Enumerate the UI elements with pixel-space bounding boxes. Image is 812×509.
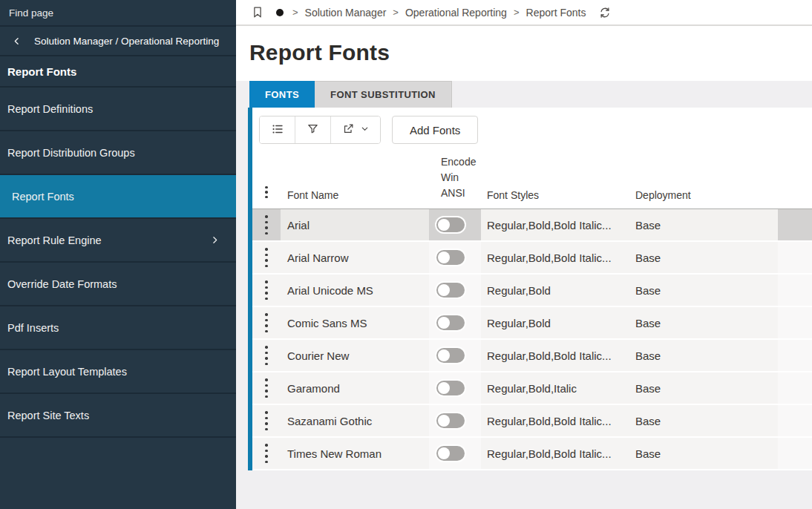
sidebar-back-label: Solution Manager / Operational Reporting [34,36,219,47]
encode-win-ansi-toggle[interactable] [435,444,466,462]
sidebar-item-label: Report Distribution Groups [7,147,135,159]
bookmark-icon[interactable] [251,5,264,19]
page-title: Report Fonts [249,40,799,65]
table-row[interactable]: Sazanami Gothic Regular,Bold,Bold Italic… [252,405,812,438]
row-filler-cell [778,209,812,240]
breadcrumb-solution-manager[interactable]: Solution Manager [305,7,387,19]
sidebar-item-label: Report Site Texts [7,410,89,421]
toggle-knob-icon [438,252,450,263]
sidebar-item-label: Report Rule Engine [7,234,102,246]
add-fonts-button[interactable]: Add Fonts [392,116,478,144]
sidebar-section-title: Report Fonts [0,56,236,88]
row-menu-kebab-icon[interactable] [262,278,271,303]
breadcrumb-bar: > Solution Manager > Operational Reporti… [236,0,812,26]
column-header-deployment[interactable]: Deployment [635,189,691,201]
toggle-knob-icon [438,284,450,296]
chevron-left-icon [12,36,22,46]
find-page-label: Find page [9,7,53,19]
chevron-down-icon [360,124,370,136]
encode-win-ansi-toggle[interactable] [435,379,466,397]
refresh-icon[interactable] [598,6,612,19]
sidebar-item-report-definitions[interactable]: Report Definitions [0,88,236,131]
row-menu-kebab-icon[interactable] [262,408,271,433]
table-row[interactable]: Courier New Regular,Bold,Bold Italic... … [252,340,812,372]
export-button[interactable] [331,116,380,143]
row-menu-kebab-icon[interactable] [262,212,271,237]
column-header-font-styles[interactable]: Font Styles [487,189,539,201]
sidebar-item-report-distribution-groups[interactable]: Report Distribution Groups [0,131,236,175]
list-view-button[interactable] [260,116,295,143]
sidebar-item-report-fonts[interactable]: Report Fonts [0,175,236,219]
row-menu-kebab-icon[interactable] [262,245,271,270]
encode-win-ansi-toggle[interactable] [435,347,466,364]
filter-icon [307,122,319,137]
deployment-cell: Base [635,219,661,231]
main-area: > Solution Manager > Operational Reporti… [236,0,812,509]
row-menu-kebab-icon[interactable] [262,310,271,335]
chevron-right-icon [210,235,220,245]
sidebar-item-report-site-texts[interactable]: Report Site Texts [0,394,236,438]
toggle-knob-icon [438,415,450,427]
grid-toolbar-button-group [259,116,381,144]
table-row[interactable]: Times New Roman Regular,Bold,Bold Italic… [252,438,812,470]
encode-win-ansi-toggle[interactable] [435,249,466,266]
sidebar-item-label: Report Layout Templates [7,366,127,378]
table-row[interactable]: Comic Sans MS Regular,Bold Base [252,307,812,340]
deployment-cell: Base [635,284,661,297]
table-row[interactable]: Garamond Regular,Bold,Italic Base [252,372,812,405]
sidebar-item-override-date-formats[interactable]: Override Date Formats [0,263,236,306]
sidebar-item-report-rule-engine[interactable]: Report Rule Engine [0,219,236,263]
row-filler-cell [778,242,812,273]
sidebar-back-link[interactable]: Solution Manager / Operational Reporting [0,27,236,56]
tab-font-substitution[interactable]: FONT SUBSTITUTION [315,81,452,108]
encode-win-ansi-toggle[interactable] [435,281,466,299]
encode-win-ansi-toggle[interactable] [435,314,466,332]
font-styles-cell: Regular,Bold,Italic [487,382,577,395]
deployment-cell: Base [635,382,661,395]
row-menu-kebab-icon[interactable] [262,441,271,466]
font-styles-cell: Regular,Bold [487,317,551,329]
deployment-cell: Base [635,447,661,460]
encode-win-ansi-toggle[interactable] [435,412,466,430]
font-styles-cell: Regular,Bold,Bold Italic... [487,252,612,264]
font-name-cell: Arial [287,219,310,231]
toggle-knob-icon [438,447,450,459]
sidebar-item-label: Override Date Formats [7,278,117,290]
export-icon [342,122,355,137]
tab-fonts[interactable]: FONTS [249,81,315,108]
deployment-cell: Base [635,317,661,329]
toggle-knob-icon [438,317,450,329]
sidebar-item-pdf-inserts[interactable]: Pdf Inserts [0,306,236,350]
breadcrumb-separator: > [514,7,520,18]
header-row-menu-kebab-icon[interactable] [262,183,271,202]
row-menu-kebab-icon[interactable] [262,343,271,368]
font-styles-cell: Regular,Bold,Bold Italic... [487,415,612,427]
font-name-cell: Comic Sans MS [287,317,367,329]
deployment-cell: Base [635,349,661,362]
breadcrumb-separator: > [292,7,298,18]
breadcrumb-separator: > [393,7,399,18]
breadcrumb-operational-reporting[interactable]: Operational Reporting [405,7,507,19]
grid-toolbar: Add Fonts [252,108,812,152]
page-header: Report Fonts [236,26,812,81]
filter-button[interactable] [295,116,331,143]
sidebar: Find page Solution Manager / Operational… [0,0,236,509]
row-filler-cell [778,275,812,306]
font-styles-cell: Regular,Bold,Bold Italic... [487,219,612,231]
find-page-search[interactable]: Find page [0,0,236,27]
sidebar-item-label: Pdf Inserts [7,322,59,334]
table-row[interactable]: Arial Regular,Bold,Bold Italic... Base [252,209,812,242]
font-name-cell: Times New Roman [287,447,382,460]
deployment-cell: Base [635,415,661,427]
toggle-knob-icon [438,219,450,231]
row-menu-kebab-icon[interactable] [262,375,271,401]
fonts-panel: Add Fonts Font Name Encode Win ANSI Font… [248,108,812,470]
table-row[interactable]: Arial Unicode MS Regular,Bold Base [252,275,812,307]
table-row[interactable]: Arial Narrow Regular,Bold,Bold Italic...… [252,242,812,275]
column-header-encode-win-ansi[interactable]: Encode Win ANSI [441,154,481,201]
list-icon [271,122,284,138]
encode-win-ansi-toggle[interactable] [435,216,466,234]
breadcrumb-report-fonts[interactable]: Report Fonts [526,7,586,19]
column-header-font-name[interactable]: Font Name [287,189,338,201]
sidebar-item-report-layout-templates[interactable]: Report Layout Templates [0,350,236,394]
